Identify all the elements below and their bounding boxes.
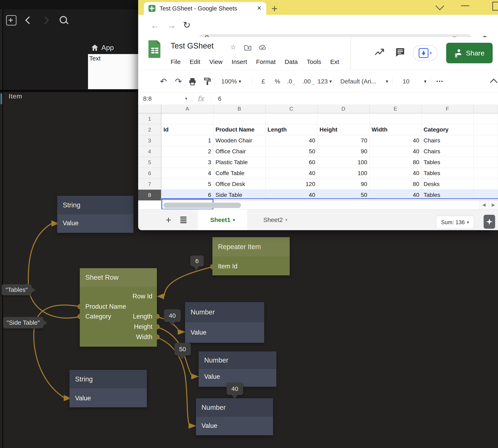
doc-title[interactable]: Test GSheet — [171, 42, 214, 50]
port-product-name-output[interactable]: Product Name — [85, 302, 126, 312]
grid-cell[interactable]: Chairs — [421, 146, 474, 157]
undo-icon[interactable]: ↶ — [160, 70, 167, 93]
port-length-output[interactable]: Length — [133, 312, 152, 321]
grid-cell[interactable] — [214, 113, 266, 124]
column-header[interactable]: C — [266, 104, 317, 113]
row-header[interactable]: 2 — [138, 124, 161, 135]
column-header[interactable]: D — [317, 104, 369, 113]
grid-cell[interactable]: Tables — [421, 157, 474, 168]
column-header[interactable]: E — [369, 104, 421, 113]
scroll-right-icon[interactable]: ▶ — [489, 201, 498, 209]
grid-cell[interactable]: Wooden Chair — [214, 135, 266, 146]
print-icon[interactable] — [188, 78, 197, 86]
grid-cell[interactable]: 90 — [317, 146, 369, 157]
grid-cell[interactable]: 50 — [266, 146, 317, 157]
grid-cell[interactable]: 1 — [161, 135, 214, 146]
browser-back-icon[interactable]: ← — [150, 20, 160, 31]
grid-cell[interactable]: Plastic Table — [214, 157, 266, 168]
grid-cell[interactable]: Height — [317, 124, 369, 135]
new-tab-icon[interactable]: + — [271, 2, 278, 15]
row-header[interactable]: 8 — [138, 190, 161, 201]
comment-icon[interactable] — [395, 47, 405, 58]
grid-cell[interactable]: Side Table — [214, 190, 266, 201]
grid-cell[interactable]: 4 — [161, 168, 214, 179]
grid-cell[interactable] — [317, 113, 369, 124]
format-percent-icon[interactable]: % — [275, 70, 280, 93]
node-repeater-item[interactable]: Repeater Item Item Id — [212, 237, 290, 275]
present-button[interactable]: ▾ — [413, 45, 438, 61]
grid-cell[interactable] — [474, 179, 498, 190]
grid-cell[interactable]: Office Desk — [214, 179, 266, 190]
port-row-id-input[interactable]: Row Id — [133, 291, 152, 301]
grid-cell[interactable]: 6 — [161, 190, 214, 201]
share-button[interactable]: Share — [446, 43, 493, 63]
port-category-output[interactable]: Category — [85, 312, 111, 321]
grid-cell[interactable]: 5 — [161, 179, 214, 190]
zoom-select[interactable]: 100%▾ — [221, 70, 241, 93]
node-number-3[interactable]: Number Value — [196, 398, 273, 435]
grid-cell[interactable]: 40 — [266, 168, 317, 179]
tab-sheet2[interactable]: Sheet2▾ — [256, 209, 295, 230]
grid-cell[interactable]: Tables — [421, 168, 474, 179]
column-header[interactable]: A — [161, 104, 214, 113]
grid-cell[interactable]: Category — [421, 124, 474, 135]
formula-input[interactable]: 6 — [218, 93, 221, 105]
port-width-output[interactable]: Width — [136, 332, 152, 342]
grid-cell[interactable] — [266, 113, 317, 124]
port-value-input[interactable]: Value — [201, 421, 217, 431]
grid-cell[interactable] — [474, 157, 498, 168]
port-height-output[interactable]: Height — [134, 322, 152, 332]
collapse-toolbar-icon[interactable] — [491, 70, 496, 93]
row-header[interactable]: 3 — [138, 135, 161, 146]
grid-cell[interactable] — [474, 135, 498, 146]
browser-tab[interactable]: Test GSheet - Google Sheets × — [144, 2, 266, 15]
grid-cell[interactable]: 40 — [266, 135, 317, 146]
grid-cell[interactable]: 100 — [317, 168, 369, 179]
scroll-left-icon[interactable]: ◀ — [479, 201, 489, 209]
port-value-input[interactable]: Value — [204, 372, 220, 382]
format-currency-icon[interactable]: £ — [262, 70, 265, 93]
menu-edit[interactable]: Edit — [190, 58, 200, 65]
node-sheet-row[interactable]: Sheet Row Row Id Product Name Category L… — [80, 268, 157, 347]
redo-icon[interactable]: ↷ — [175, 70, 182, 93]
node-string-2[interactable]: String Value — [69, 370, 147, 407]
version-history-icon[interactable] — [374, 47, 385, 58]
node-number-1[interactable]: Number Value — [185, 302, 264, 343]
grid-cell[interactable]: 40 — [369, 168, 421, 179]
grid-cell[interactable] — [474, 146, 498, 157]
menu-extensions[interactable]: Ext — [330, 58, 339, 65]
grid-cell[interactable]: Width — [369, 124, 421, 135]
menu-format[interactable]: Format — [256, 58, 276, 65]
grid-cell[interactable]: Length — [266, 124, 317, 135]
column-header[interactable]: B — [214, 104, 266, 113]
row-header[interactable]: 5 — [138, 157, 161, 168]
all-sheets-icon[interactable] — [180, 216, 187, 223]
browser-reload-icon[interactable]: ↻ — [183, 20, 191, 30]
window-minimize-icon[interactable] — [461, 5, 469, 6]
font-select-caret[interactable]: ▾ — [384, 70, 388, 93]
grid-cell[interactable]: 80 — [369, 179, 421, 190]
cloud-saved-icon[interactable] — [259, 44, 266, 50]
increase-decimal-icon[interactable]: .00→ — [302, 70, 315, 93]
more-toolbar-icon[interactable]: ••• — [436, 70, 443, 93]
grid-cell[interactable]: 100 — [317, 157, 369, 168]
menu-file[interactable]: File — [171, 58, 181, 65]
grid-cell[interactable]: 80 — [369, 157, 421, 168]
menu-insert[interactable]: Insert — [232, 58, 247, 65]
grid-cell[interactable]: Desks — [421, 179, 474, 190]
grid-cell[interactable]: Tables — [421, 190, 474, 201]
menu-data[interactable]: Data — [285, 58, 298, 65]
grid-cell[interactable] — [474, 190, 498, 201]
grid-cell[interactable]: Id — [161, 124, 214, 135]
window-restore-icon[interactable] — [435, 2, 444, 10]
port-value-input[interactable]: Value — [191, 328, 206, 337]
row-header[interactable]: 6 — [138, 168, 161, 179]
grid-cell[interactable] — [369, 113, 421, 124]
decrease-decimal-icon[interactable]: .0← — [287, 70, 296, 93]
port-item-id-output[interactable]: Item Id — [218, 261, 237, 271]
name-box[interactable]: 8:8 — [143, 93, 152, 105]
paint-format-icon[interactable] — [203, 78, 211, 86]
font-select[interactable]: Default (Ari... — [340, 70, 379, 93]
horizontal-scrollbar[interactable] — [164, 203, 241, 208]
grid-cell[interactable]: Coffe Table — [214, 168, 266, 179]
